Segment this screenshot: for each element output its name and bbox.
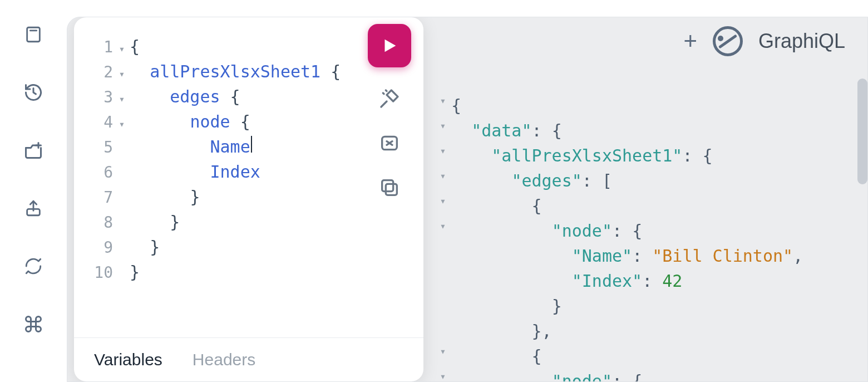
result-token: "node"	[552, 218, 612, 243]
result-token: {	[632, 218, 642, 243]
result-token: {	[552, 118, 562, 143]
code-line[interactable]: 9 }	[91, 234, 407, 259]
code-line[interactable]: 1▾{	[91, 34, 407, 59]
code-token: node	[190, 109, 230, 134]
tab-variables[interactable]: Variables	[94, 350, 162, 369]
result-token: "data"	[471, 118, 531, 143]
fold-toggle[interactable]: ▾	[435, 344, 451, 369]
code-line[interactable]: 7 }	[91, 184, 407, 209]
line-number: 9	[91, 236, 114, 259]
svg-rect-10	[382, 180, 393, 192]
line-number: 7	[91, 186, 114, 209]
tab-headers[interactable]: Headers	[193, 350, 255, 369]
result-token: :	[532, 118, 552, 143]
scrollbar-thumb[interactable]	[857, 79, 867, 184]
bottom-tabs: Variables Headers	[74, 337, 423, 381]
result-token: 42	[662, 268, 682, 293]
result-token: "Index"	[572, 268, 642, 293]
code-line[interactable]: 10}	[91, 259, 407, 285]
code-token: }	[190, 184, 200, 209]
result-line: ▾ "allPresXlsxSheet1": {	[435, 143, 847, 168]
code-line[interactable]: 4▾ node {	[91, 109, 407, 134]
line-number: 4	[91, 111, 114, 134]
result-token: {	[632, 369, 642, 381]
code-token: {	[320, 59, 341, 84]
new-tab-icon[interactable]	[21, 138, 46, 163]
refresh-icon[interactable]	[21, 254, 46, 278]
result-line: "Name": "Bill Clinton",	[435, 243, 847, 268]
code-token: }	[170, 209, 180, 234]
code-token: {	[230, 109, 250, 134]
result-token: [	[602, 168, 612, 193]
query-editor-card: 1▾{2▾ allPresXlsxSheet1 {3▾ edges {4▾ no…	[74, 17, 423, 381]
result-token: ,	[793, 243, 803, 268]
fold-toggle[interactable]: ▾	[114, 91, 130, 106]
fold-toggle[interactable]: ▾	[435, 193, 451, 218]
result-token: }	[552, 293, 562, 319]
fold-toggle[interactable]: ▾	[114, 41, 130, 56]
result-line: ▾ "node": {	[435, 218, 847, 243]
result-line: ▾ "node": {	[435, 369, 847, 381]
line-number: 6	[91, 161, 114, 184]
result-line: "Index": 42	[435, 268, 847, 293]
docs-icon[interactable]	[21, 22, 46, 47]
code-token: }	[150, 234, 160, 259]
result-token: :	[582, 168, 602, 193]
result-token: "edges"	[511, 168, 581, 193]
fold-toggle[interactable]: ▾	[435, 168, 451, 193]
code-token: {	[220, 84, 240, 109]
result-line: }	[435, 293, 847, 319]
result-token: {	[532, 344, 542, 369]
code-line[interactable]: 3▾ edges {	[91, 84, 407, 109]
result-token: :	[612, 369, 632, 381]
svg-rect-9	[386, 184, 397, 195]
result-line: ▾ {	[435, 193, 847, 218]
main-panel: + GraphiQL 1▾{2▾ allPresXlsxSheet1 {3▾ e…	[67, 17, 868, 382]
result-line: ▾ "data": {	[435, 118, 847, 143]
merge-icon[interactable]	[376, 130, 403, 156]
brand-label: GraphiQL	[758, 30, 845, 53]
fold-toggle[interactable]: ▾	[114, 66, 130, 81]
fold-toggle[interactable]: ▾	[435, 143, 451, 168]
prettify-icon[interactable]	[376, 85, 403, 112]
code-line[interactable]: 8 }	[91, 209, 407, 234]
code-token: {	[130, 34, 140, 59]
share-icon[interactable]	[21, 196, 46, 221]
result-token: "Bill Clinton"	[652, 243, 793, 268]
code-line[interactable]: 5 Name	[91, 134, 407, 159]
add-tab-button[interactable]: +	[683, 30, 697, 53]
fold-toggle[interactable]: ▾	[435, 218, 451, 243]
code-line[interactable]: 6 Index	[91, 159, 407, 184]
gatsby-logo-icon	[713, 26, 743, 56]
result-line: ▾ "edges": [	[435, 168, 847, 193]
code-token: }	[130, 259, 140, 285]
result-token: :	[642, 268, 662, 293]
result-token: :	[612, 218, 632, 243]
result-token: {	[451, 93, 461, 118]
code-token: edges	[170, 84, 220, 109]
svg-marker-5	[385, 40, 396, 52]
code-token: Name	[210, 134, 250, 159]
results-panel[interactable]: ▾{▾ "data": {▾ "allPresXlsxSheet1": {▾ "…	[429, 17, 859, 381]
history-icon[interactable]	[21, 80, 46, 105]
copy-icon[interactable]	[376, 174, 403, 201]
result-token: "allPresXlsxSheet1"	[491, 143, 682, 168]
line-number: 1	[91, 36, 114, 59]
fold-toggle[interactable]: ▾	[435, 118, 451, 143]
fold-toggle[interactable]: ▾	[114, 116, 130, 131]
result-token: :	[682, 143, 702, 168]
fold-toggle[interactable]: ▾	[435, 93, 451, 118]
result-token: :	[632, 243, 652, 268]
shortcuts-icon[interactable]	[21, 312, 46, 336]
svg-rect-0	[27, 27, 40, 42]
fold-toggle	[435, 243, 451, 268]
code-line[interactable]: 2▾ allPresXlsxSheet1 {	[91, 59, 407, 84]
sidebar	[0, 0, 67, 382]
fold-toggle[interactable]: ▾	[435, 369, 451, 381]
result-line: },	[435, 319, 847, 344]
execute-button[interactable]	[368, 24, 411, 67]
fold-toggle	[435, 268, 451, 293]
result-line: ▾ {	[435, 344, 847, 369]
result-token: {	[703, 143, 713, 168]
line-number: 8	[91, 211, 114, 234]
